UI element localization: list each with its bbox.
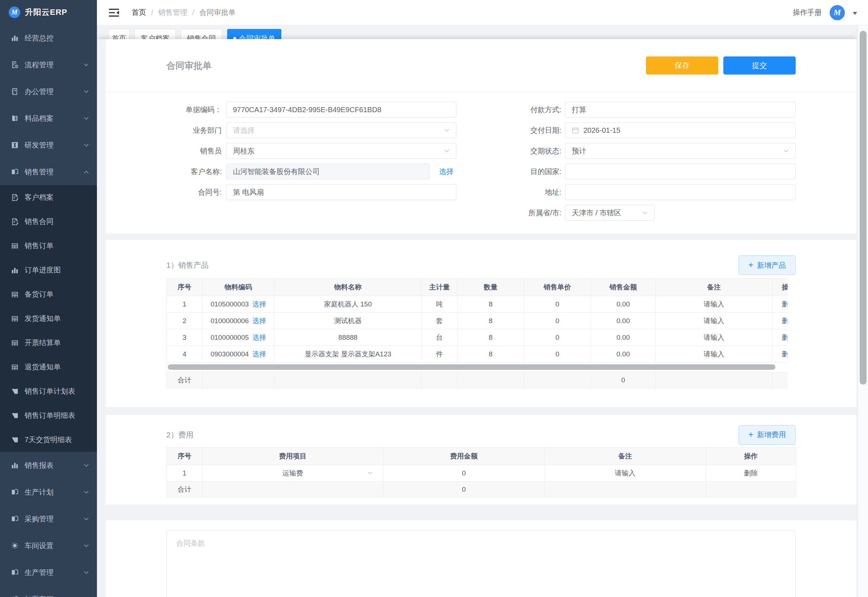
- sidebar-item-materials[interactable]: 料品档案: [0, 105, 97, 132]
- materials-book-icon: [11, 114, 19, 122]
- rnd-square-icon: [11, 141, 19, 149]
- customer-select-link[interactable]: 选择: [439, 167, 453, 177]
- chevron-down-icon: [83, 89, 89, 94]
- sidebar-item-business-control[interactable]: 经营总控: [0, 25, 97, 51]
- sidebar-item-sales-mgmt[interactable]: 销售管理: [0, 159, 97, 185]
- user-menu-caret-icon[interactable]: [853, 12, 857, 17]
- sidebar-sub-order-progress[interactable]: 订单进度图: [0, 258, 97, 282]
- sidebar-sub-stock-order[interactable]: 备货订单: [0, 282, 97, 306]
- calendar-icon: [572, 127, 579, 134]
- chevron-down-icon: [83, 516, 89, 522]
- payment-field[interactable]: 打算: [565, 102, 795, 117]
- select-material-link[interactable]: 选择: [252, 316, 266, 326]
- delete-row-link[interactable]: 删除: [773, 346, 788, 362]
- sidebar-item-sales-report[interactable]: 销售报表: [0, 452, 97, 479]
- fees-total-amount: 0: [384, 481, 545, 498]
- chevron-down-icon: [83, 143, 89, 148]
- horizontal-scrollbar-thumb[interactable]: [168, 364, 775, 370]
- manual-link[interactable]: 操作手册: [793, 7, 822, 17]
- dept-label: 业务部门: [166, 126, 226, 135]
- add-product-button[interactable]: + 新增产品: [739, 255, 795, 275]
- sidebar-item-purchase-mgmt[interactable]: 采购管理: [0, 505, 97, 532]
- note-input[interactable]: 请输入: [656, 346, 773, 362]
- table-grid-icon: [11, 363, 19, 371]
- select-material-link[interactable]: 选择: [252, 300, 266, 309]
- products-section-title: 1）销售产品: [166, 260, 209, 270]
- dest-country-field[interactable]: [565, 163, 795, 180]
- sidebar-sub-sales-contract[interactable]: 销售合同: [0, 209, 97, 234]
- sidebar: M 升阳云ERP 经营总控 流程管理 办公管理 料品档案 研发管理 销售管理 客…: [0, 0, 97, 597]
- products-total-row: 合计 0: [167, 372, 788, 388]
- sidebar-item-office-mgmt[interactable]: 办公管理: [0, 78, 97, 105]
- contract-no-field[interactable]: 第 电风扇: [226, 184, 456, 200]
- sidebar-sub-sales-order-detail[interactable]: 销售订单明细表: [0, 404, 97, 428]
- province-select[interactable]: 天津市 / 市辖区: [565, 205, 655, 221]
- sidebar-item-production-plan[interactable]: 生产计划: [0, 479, 97, 505]
- delete-fee-link[interactable]: 删除: [706, 465, 796, 481]
- table-grid-icon: [11, 291, 19, 298]
- add-fee-button[interactable]: + 新增费用: [739, 425, 795, 445]
- product-name: 家庭机器人 150: [274, 296, 422, 313]
- sidebar-sub-return-notice[interactable]: 退货通知单: [0, 355, 97, 379]
- salesman-label: 销售员: [166, 146, 226, 156]
- table-grid-icon: [11, 315, 19, 323]
- sidebar-sub-delivery-notice[interactable]: 发货通知单: [0, 306, 97, 331]
- dest-country-label: 目的国家:: [464, 167, 565, 177]
- collapse-sidebar-icon[interactable]: [108, 8, 119, 17]
- fees-total-row: 合计 0: [167, 481, 795, 498]
- chevron-down-icon: [367, 470, 373, 476]
- note-input[interactable]: 请输入: [656, 313, 773, 329]
- sidebar-sub-invoice-settlement[interactable]: 开票结算单: [0, 331, 97, 355]
- delivery-date-picker[interactable]: 2026-01-15: [565, 122, 795, 138]
- plus-icon: +: [748, 260, 753, 269]
- salesman-select[interactable]: 周桂东: [226, 143, 456, 159]
- chevron-down-icon: [83, 570, 89, 575]
- select-material-link[interactable]: 选择: [252, 333, 266, 342]
- payment-label: 付款方式:: [464, 105, 565, 115]
- delivery-status-select[interactable]: 预计: [565, 143, 795, 159]
- delete-row-link[interactable]: 删除: [773, 313, 788, 329]
- product-row: 3 0100000005选择 88888 台 8 0 0.00 请输入 删除: [167, 329, 788, 346]
- fees-table: 序号 费用项目 费用金额 备注 操作 1 运输费 0 请输入 删除: [166, 447, 795, 498]
- chevron-down-icon: [444, 128, 450, 133]
- submit-button[interactable]: 提交: [723, 56, 795, 74]
- gear-icon: [11, 542, 19, 549]
- chart-icon: [11, 34, 19, 42]
- user-avatar[interactable]: M: [829, 5, 845, 20]
- products-card: 1）销售产品 + 新增产品 序号 物料编码 物料名称 主计量 数量 销售单价 销…: [106, 240, 856, 407]
- product-row: 1 0105000003选择 家庭机器人 150 吨 8 0 0.00 请输入 …: [167, 296, 788, 313]
- product-name: 显示器支架 显示器支架A123: [274, 346, 422, 362]
- sidebar-sub-sales-order[interactable]: 销售订单: [0, 234, 97, 258]
- address-field[interactable]: [565, 184, 795, 200]
- doc-code-field[interactable]: 9770CA17-3497-4DB2-995E-B49E9CF61BD8: [226, 102, 456, 117]
- chart-icon: [11, 266, 19, 274]
- delete-row-link[interactable]: 删除: [773, 329, 788, 346]
- note-input[interactable]: 请输入: [656, 296, 773, 313]
- table-grid-icon: [11, 339, 19, 347]
- fees-section-title: 2）费用: [166, 430, 194, 440]
- save-button[interactable]: 保存: [646, 56, 718, 74]
- fee-item-select[interactable]: 运输费: [203, 465, 384, 481]
- sidebar-item-production-mgmt[interactable]: 生产管理: [0, 559, 97, 586]
- sidebar-item-process-mgmt[interactable]: 流程管理: [0, 51, 97, 78]
- contract-terms-textarea[interactable]: [166, 530, 795, 597]
- sidebar-item-processing-workshop[interactable]: 加工车间: [0, 586, 97, 597]
- select-material-link[interactable]: 选择: [252, 349, 266, 359]
- content-area: 首页 客户档案 销售合同 合同审批单 合同审批单 保存 提交: [97, 25, 868, 597]
- horizontal-scrollbar: [166, 362, 788, 372]
- dept-select[interactable]: 请选择: [226, 122, 456, 138]
- sidebar-sub-7day-delivery[interactable]: 7天交货明细表: [0, 428, 97, 452]
- open-book-icon: [11, 412, 19, 420]
- open-book-icon: [11, 436, 19, 444]
- fee-row: 1 运输费 0 请输入 删除: [167, 465, 795, 481]
- breadcrumb-home[interactable]: 首页: [132, 7, 146, 17]
- sidebar-item-rnd[interactable]: 研发管理: [0, 132, 97, 159]
- delete-row-link[interactable]: 删除: [773, 296, 788, 313]
- sidebar-item-workshop-settings[interactable]: 车间设置: [0, 532, 97, 559]
- note-input[interactable]: 请输入: [656, 329, 773, 346]
- note-input[interactable]: 请输入: [545, 465, 706, 481]
- vertical-scrollbar-thumb[interactable]: [860, 31, 867, 385]
- sidebar-sub-sales-order-plan[interactable]: 销售订单计划表: [0, 379, 97, 404]
- flow-doc-icon: [11, 61, 19, 69]
- sidebar-sub-customer-files[interactable]: 客户档案: [0, 185, 97, 209]
